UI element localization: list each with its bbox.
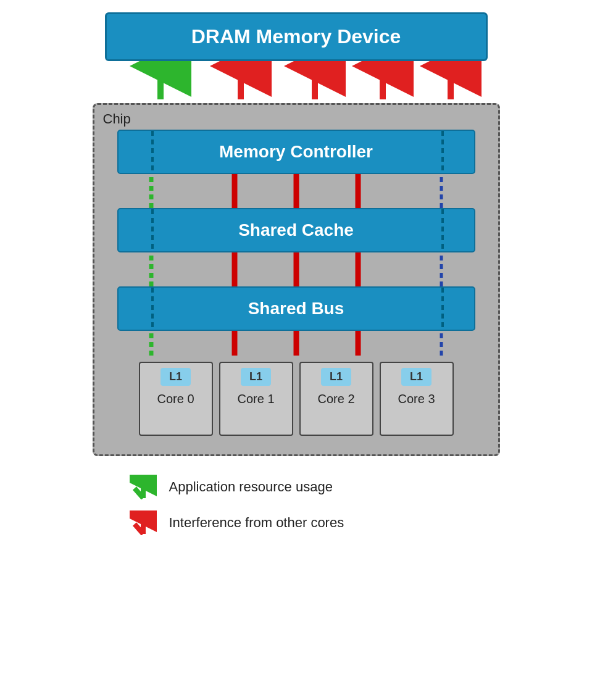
sc-to-sb-arrows [117, 252, 475, 286]
green-arrow-icon [130, 475, 157, 499]
sc-sb-svg [117, 252, 475, 286]
cores-row: L1 Core 0 L1 Core 1 L1 Core 2 L1 Core 3 [139, 362, 454, 436]
dram-label: DRAM Memory Device [191, 25, 401, 48]
mc-to-sc-arrows [117, 174, 475, 208]
legend-green-text: Application resource usage [169, 479, 333, 495]
shared-bus-label: Shared Bus [248, 299, 344, 318]
chip-inner: Memory Controller [107, 130, 486, 436]
core-0-l1: L1 [161, 368, 191, 386]
shared-cache-box: Shared Cache [117, 208, 475, 252]
chip-box: Chip Memory Controller [93, 103, 500, 456]
sb-cores-svg [117, 331, 475, 356]
shared-bus-box: Shared Bus [117, 286, 475, 331]
core-0-box: L1 Core 0 [139, 362, 213, 436]
core-3-l1: L1 [401, 368, 431, 386]
memory-controller-label: Memory Controller [219, 142, 373, 161]
top-arrows-svg [105, 61, 488, 103]
core-1-box: L1 Core 1 [219, 362, 293, 436]
red-arrow-icon [130, 510, 157, 535]
top-arrows-section [105, 61, 488, 103]
diagram-container: DRAM Memory Device Chip [31, 12, 562, 535]
memory-controller-box: Memory Controller [117, 130, 475, 174]
legend: Application resource usage Interference … [93, 475, 500, 535]
core-2-l1: L1 [321, 368, 351, 386]
sb-to-cores-arrows [117, 331, 475, 356]
core-3-label: Core 3 [398, 392, 435, 406]
core-2-label: Core 2 [317, 392, 354, 406]
core-0-label: Core 0 [157, 392, 194, 406]
legend-red-text: Interference from other cores [169, 515, 344, 531]
legend-item-red: Interference from other cores [130, 510, 500, 535]
core-2-box: L1 Core 2 [299, 362, 373, 436]
mc-sc-svg [117, 174, 475, 208]
core-3-box: L1 Core 3 [380, 362, 454, 436]
core-1-l1: L1 [241, 368, 271, 386]
legend-item-green: Application resource usage [130, 475, 500, 499]
chip-label: Chip [103, 111, 131, 127]
shared-cache-label: Shared Cache [238, 220, 354, 240]
core-1-label: Core 1 [237, 392, 274, 406]
dram-box: DRAM Memory Device [105, 12, 488, 61]
